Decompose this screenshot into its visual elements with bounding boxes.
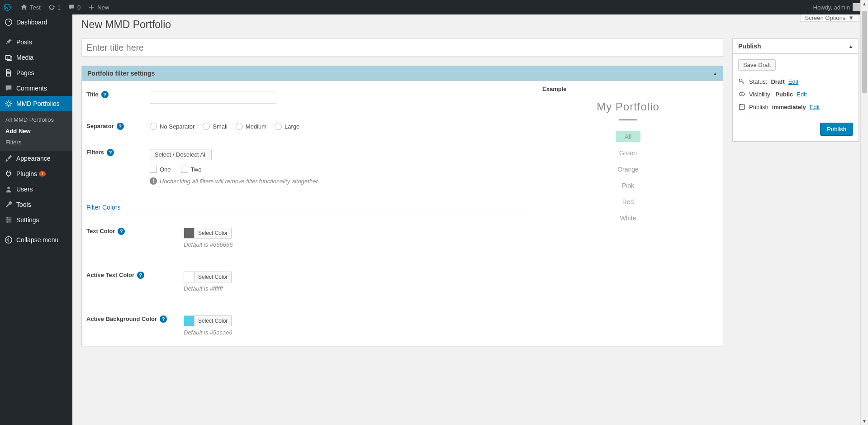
svg-point-7 — [5, 237, 12, 243]
updates-link[interactable]: 1 — [44, 0, 64, 14]
help-icon[interactable]: ? — [137, 272, 144, 279]
edit-status-link[interactable]: Edit — [788, 78, 798, 85]
menu-posts[interactable]: Posts — [0, 34, 72, 50]
default-hint: Default is #ffffff — [184, 285, 528, 292]
status-label: Status: — [749, 78, 767, 85]
filters-hint: Unchecking all filters will remove filte… — [160, 178, 319, 185]
menu-collapse[interactable]: Collapse menu — [0, 232, 72, 248]
visibility-label: Visibility: — [749, 91, 772, 98]
submenu-filters[interactable]: Filters — [0, 137, 72, 148]
save-draft-button[interactable]: Save Draft — [738, 59, 776, 71]
select-color-button[interactable]: Select Color — [194, 315, 232, 326]
chevron-down-icon: ▼ — [848, 14, 854, 21]
plus-icon — [88, 4, 95, 11]
publish-box-title: Publish — [738, 43, 761, 50]
preview-filter-red[interactable]: Red — [613, 196, 643, 207]
menu-dashboard[interactable]: Dashboard — [0, 14, 72, 30]
svg-point-6 — [7, 221, 9, 223]
filter-one[interactable]: One — [150, 166, 171, 173]
submenu-all[interactable]: All MMD Portfolios — [0, 114, 72, 125]
help-icon[interactable]: ? — [117, 123, 124, 130]
plugins-badge: 1 — [39, 171, 46, 177]
status-value: Draft — [771, 78, 784, 85]
svg-point-2 — [7, 102, 10, 105]
separator-large[interactable]: Large — [275, 123, 299, 130]
scroll-up-icon[interactable]: ▲ — [861, 0, 868, 8]
menu-media[interactable]: Media — [0, 50, 72, 65]
preview-filter-green[interactable]: Green — [610, 148, 646, 158]
edit-visibility-link[interactable]: Edit — [797, 91, 806, 98]
wp-logo[interactable] — [0, 0, 17, 14]
separator-medium[interactable]: Medium — [236, 123, 266, 130]
metabox-header[interactable]: Portfolio filter settings ▲ — [82, 66, 723, 81]
comments-count: 0 — [77, 4, 81, 11]
comment-icon — [68, 4, 75, 11]
svg-point-8 — [739, 79, 742, 81]
new-link[interactable]: New — [84, 0, 113, 14]
eye-icon — [738, 91, 745, 98]
content-area: Screen Options ▼ New MMD Portfolio Portf… — [72, 14, 868, 364]
scroll-thumb[interactable] — [862, 11, 867, 93]
filter-two[interactable]: Two — [181, 166, 202, 173]
vertical-scrollbar[interactable]: ▲ ▼ — [860, 0, 868, 364]
collapse-icon[interactable]: ▲ — [713, 71, 717, 76]
publish-box: Publish ▲ Save Draft Status: Draft Edit … — [732, 38, 859, 142]
submenu-mmd: All MMD Portfolios Add New Filters — [0, 111, 72, 151]
menu-comments[interactable]: Comments — [0, 81, 72, 96]
preview-filter-orange[interactable]: Orange — [608, 164, 648, 175]
filters-label: Filters — [86, 149, 104, 156]
brush-icon — [5, 154, 13, 162]
select-color-button[interactable]: Select Color — [194, 272, 232, 282]
text-color-picker[interactable]: Select Color — [184, 228, 528, 239]
preview-title: My Portfolio — [542, 100, 714, 113]
preview-filter-white[interactable]: White — [611, 213, 645, 224]
dashboard-icon — [5, 18, 13, 26]
calendar-icon — [738, 103, 745, 110]
metabox-title: Portfolio filter settings — [87, 70, 155, 77]
select-all-button[interactable]: Select / Deselect All — [150, 149, 212, 160]
comments-link[interactable]: 0 — [64, 0, 84, 14]
menu-plugins[interactable]: Plugins1 — [0, 166, 72, 181]
setting-title-input[interactable] — [150, 91, 276, 104]
active-bg-color-picker[interactable]: Select Color — [184, 315, 528, 326]
howdy-link[interactable]: Howdy, admin — [810, 0, 864, 14]
menu-users[interactable]: Users — [0, 181, 72, 197]
publish-button[interactable]: Publish — [820, 123, 853, 136]
preview-filter-all[interactable]: All — [616, 131, 641, 142]
admin-toolbar: Test 1 0 New Howdy, admin — [0, 0, 868, 14]
portfolio-icon — [5, 100, 13, 108]
example-heading: Example — [542, 86, 714, 92]
active-bg-color-label: Active Background Color — [86, 315, 157, 322]
active-text-color-picker[interactable]: Select Color — [184, 272, 528, 282]
select-color-button[interactable]: Select Color — [194, 228, 232, 239]
wordpress-icon — [4, 4, 11, 11]
site-link[interactable]: Test — [17, 0, 44, 14]
submenu-add-new[interactable]: Add New — [0, 125, 72, 137]
help-icon[interactable]: ? — [101, 91, 109, 98]
menu-mmd-portfolios[interactable]: MMD Portfolios — [0, 96, 72, 111]
new-label: New — [97, 4, 109, 11]
title-input[interactable] — [81, 38, 723, 57]
preview-filter-pink[interactable]: Pink — [613, 180, 643, 191]
separator-none[interactable]: No Separator — [150, 123, 194, 130]
help-icon[interactable]: ? — [107, 149, 114, 156]
setting-title-label: Title — [86, 91, 99, 98]
svg-rect-10 — [739, 105, 744, 109]
help-icon[interactable]: ? — [118, 228, 125, 235]
edit-date-link[interactable]: Edit — [810, 104, 820, 110]
color-swatch — [184, 228, 194, 239]
menu-settings[interactable]: Settings — [0, 212, 72, 228]
visibility-value: Public — [775, 91, 793, 98]
collapse-icon[interactable]: ▲ — [849, 44, 853, 49]
screen-options-tab[interactable]: Screen Options ▼ — [800, 14, 859, 22]
key-icon — [738, 78, 745, 85]
menu-pages[interactable]: Pages — [0, 65, 72, 81]
menu-appearance[interactable]: Appearance — [0, 151, 72, 166]
page-title: New MMD Portfolio — [81, 14, 859, 33]
separator-small[interactable]: Small — [203, 123, 228, 130]
publish-box-header[interactable]: Publish ▲ — [733, 39, 859, 54]
help-icon[interactable]: ? — [160, 315, 167, 323]
admin-sidebar: Dashboard Posts Media Pages Comments MMD… — [0, 14, 72, 364]
filter-colors-heading: Filter Colors — [86, 199, 528, 214]
menu-tools[interactable]: Tools — [0, 197, 72, 212]
